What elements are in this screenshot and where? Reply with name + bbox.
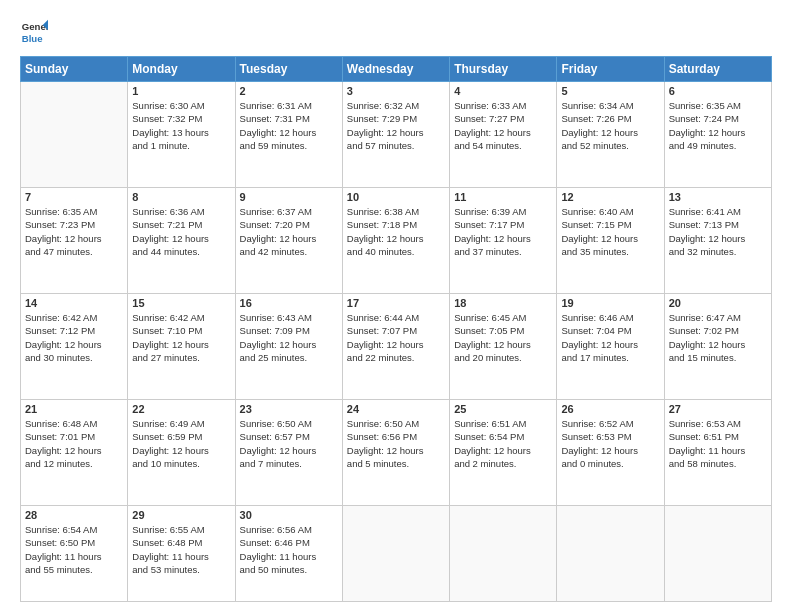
calendar-cell: 25Sunrise: 6:51 AM Sunset: 6:54 PM Dayli…: [450, 400, 557, 506]
weekday-header: Sunday: [21, 57, 128, 82]
calendar-week-row: 21Sunrise: 6:48 AM Sunset: 7:01 PM Dayli…: [21, 400, 772, 506]
calendar-cell: [557, 506, 664, 602]
weekday-header: Wednesday: [342, 57, 449, 82]
cell-info: Sunrise: 6:56 AM Sunset: 6:46 PM Dayligh…: [240, 523, 338, 576]
calendar-cell: 9Sunrise: 6:37 AM Sunset: 7:20 PM Daylig…: [235, 188, 342, 294]
calendar-cell: 4Sunrise: 6:33 AM Sunset: 7:27 PM Daylig…: [450, 82, 557, 188]
day-number: 13: [669, 191, 767, 203]
calendar-cell: [342, 506, 449, 602]
cell-info: Sunrise: 6:30 AM Sunset: 7:32 PM Dayligh…: [132, 99, 230, 152]
day-number: 15: [132, 297, 230, 309]
cell-info: Sunrise: 6:46 AM Sunset: 7:04 PM Dayligh…: [561, 311, 659, 364]
calendar-week-row: 28Sunrise: 6:54 AM Sunset: 6:50 PM Dayli…: [21, 506, 772, 602]
cell-info: Sunrise: 6:55 AM Sunset: 6:48 PM Dayligh…: [132, 523, 230, 576]
calendar-week-row: 7Sunrise: 6:35 AM Sunset: 7:23 PM Daylig…: [21, 188, 772, 294]
calendar-cell: [450, 506, 557, 602]
calendar-cell: 18Sunrise: 6:45 AM Sunset: 7:05 PM Dayli…: [450, 294, 557, 400]
day-number: 7: [25, 191, 123, 203]
calendar-cell: 24Sunrise: 6:50 AM Sunset: 6:56 PM Dayli…: [342, 400, 449, 506]
calendar-table: SundayMondayTuesdayWednesdayThursdayFrid…: [20, 56, 772, 602]
calendar-cell: 23Sunrise: 6:50 AM Sunset: 6:57 PM Dayli…: [235, 400, 342, 506]
cell-info: Sunrise: 6:54 AM Sunset: 6:50 PM Dayligh…: [25, 523, 123, 576]
cell-info: Sunrise: 6:44 AM Sunset: 7:07 PM Dayligh…: [347, 311, 445, 364]
calendar-cell: 15Sunrise: 6:42 AM Sunset: 7:10 PM Dayli…: [128, 294, 235, 400]
calendar-cell: 27Sunrise: 6:53 AM Sunset: 6:51 PM Dayli…: [664, 400, 771, 506]
day-number: 24: [347, 403, 445, 415]
day-number: 25: [454, 403, 552, 415]
day-number: 4: [454, 85, 552, 97]
day-number: 22: [132, 403, 230, 415]
day-number: 17: [347, 297, 445, 309]
cell-info: Sunrise: 6:37 AM Sunset: 7:20 PM Dayligh…: [240, 205, 338, 258]
calendar-cell: 29Sunrise: 6:55 AM Sunset: 6:48 PM Dayli…: [128, 506, 235, 602]
day-number: 12: [561, 191, 659, 203]
calendar-cell: [21, 82, 128, 188]
calendar-cell: 7Sunrise: 6:35 AM Sunset: 7:23 PM Daylig…: [21, 188, 128, 294]
day-number: 19: [561, 297, 659, 309]
cell-info: Sunrise: 6:52 AM Sunset: 6:53 PM Dayligh…: [561, 417, 659, 470]
day-number: 1: [132, 85, 230, 97]
day-number: 26: [561, 403, 659, 415]
weekday-header: Thursday: [450, 57, 557, 82]
cell-info: Sunrise: 6:35 AM Sunset: 7:24 PM Dayligh…: [669, 99, 767, 152]
cell-info: Sunrise: 6:47 AM Sunset: 7:02 PM Dayligh…: [669, 311, 767, 364]
day-number: 14: [25, 297, 123, 309]
calendar-week-row: 1Sunrise: 6:30 AM Sunset: 7:32 PM Daylig…: [21, 82, 772, 188]
calendar-cell: 19Sunrise: 6:46 AM Sunset: 7:04 PM Dayli…: [557, 294, 664, 400]
cell-info: Sunrise: 6:42 AM Sunset: 7:12 PM Dayligh…: [25, 311, 123, 364]
calendar-cell: 16Sunrise: 6:43 AM Sunset: 7:09 PM Dayli…: [235, 294, 342, 400]
calendar-cell: 2Sunrise: 6:31 AM Sunset: 7:31 PM Daylig…: [235, 82, 342, 188]
calendar-cell: [664, 506, 771, 602]
cell-info: Sunrise: 6:42 AM Sunset: 7:10 PM Dayligh…: [132, 311, 230, 364]
day-number: 16: [240, 297, 338, 309]
svg-text:Blue: Blue: [22, 33, 43, 44]
calendar-cell: 30Sunrise: 6:56 AM Sunset: 6:46 PM Dayli…: [235, 506, 342, 602]
day-number: 21: [25, 403, 123, 415]
day-number: 9: [240, 191, 338, 203]
weekday-header-row: SundayMondayTuesdayWednesdayThursdayFrid…: [21, 57, 772, 82]
cell-info: Sunrise: 6:39 AM Sunset: 7:17 PM Dayligh…: [454, 205, 552, 258]
weekday-header: Tuesday: [235, 57, 342, 82]
calendar-cell: 6Sunrise: 6:35 AM Sunset: 7:24 PM Daylig…: [664, 82, 771, 188]
day-number: 23: [240, 403, 338, 415]
calendar-cell: 21Sunrise: 6:48 AM Sunset: 7:01 PM Dayli…: [21, 400, 128, 506]
calendar-cell: 26Sunrise: 6:52 AM Sunset: 6:53 PM Dayli…: [557, 400, 664, 506]
day-number: 18: [454, 297, 552, 309]
cell-info: Sunrise: 6:33 AM Sunset: 7:27 PM Dayligh…: [454, 99, 552, 152]
cell-info: Sunrise: 6:41 AM Sunset: 7:13 PM Dayligh…: [669, 205, 767, 258]
day-number: 30: [240, 509, 338, 521]
svg-text:General: General: [22, 21, 48, 32]
cell-info: Sunrise: 6:36 AM Sunset: 7:21 PM Dayligh…: [132, 205, 230, 258]
calendar-cell: 28Sunrise: 6:54 AM Sunset: 6:50 PM Dayli…: [21, 506, 128, 602]
calendar-cell: 14Sunrise: 6:42 AM Sunset: 7:12 PM Dayli…: [21, 294, 128, 400]
calendar-cell: 1Sunrise: 6:30 AM Sunset: 7:32 PM Daylig…: [128, 82, 235, 188]
calendar-cell: 20Sunrise: 6:47 AM Sunset: 7:02 PM Dayli…: [664, 294, 771, 400]
cell-info: Sunrise: 6:40 AM Sunset: 7:15 PM Dayligh…: [561, 205, 659, 258]
page-header: General Blue: [20, 18, 772, 46]
calendar-week-row: 14Sunrise: 6:42 AM Sunset: 7:12 PM Dayli…: [21, 294, 772, 400]
logo: General Blue: [20, 18, 48, 46]
day-number: 28: [25, 509, 123, 521]
calendar-cell: 22Sunrise: 6:49 AM Sunset: 6:59 PM Dayli…: [128, 400, 235, 506]
calendar-cell: 11Sunrise: 6:39 AM Sunset: 7:17 PM Dayli…: [450, 188, 557, 294]
calendar-cell: 17Sunrise: 6:44 AM Sunset: 7:07 PM Dayli…: [342, 294, 449, 400]
day-number: 27: [669, 403, 767, 415]
cell-info: Sunrise: 6:38 AM Sunset: 7:18 PM Dayligh…: [347, 205, 445, 258]
day-number: 3: [347, 85, 445, 97]
weekday-header: Saturday: [664, 57, 771, 82]
cell-info: Sunrise: 6:43 AM Sunset: 7:09 PM Dayligh…: [240, 311, 338, 364]
day-number: 2: [240, 85, 338, 97]
cell-info: Sunrise: 6:50 AM Sunset: 6:56 PM Dayligh…: [347, 417, 445, 470]
cell-info: Sunrise: 6:48 AM Sunset: 7:01 PM Dayligh…: [25, 417, 123, 470]
day-number: 20: [669, 297, 767, 309]
cell-info: Sunrise: 6:31 AM Sunset: 7:31 PM Dayligh…: [240, 99, 338, 152]
cell-info: Sunrise: 6:34 AM Sunset: 7:26 PM Dayligh…: [561, 99, 659, 152]
calendar-cell: 13Sunrise: 6:41 AM Sunset: 7:13 PM Dayli…: [664, 188, 771, 294]
day-number: 10: [347, 191, 445, 203]
day-number: 8: [132, 191, 230, 203]
cell-info: Sunrise: 6:51 AM Sunset: 6:54 PM Dayligh…: [454, 417, 552, 470]
cell-info: Sunrise: 6:32 AM Sunset: 7:29 PM Dayligh…: [347, 99, 445, 152]
day-number: 5: [561, 85, 659, 97]
cell-info: Sunrise: 6:35 AM Sunset: 7:23 PM Dayligh…: [25, 205, 123, 258]
day-number: 29: [132, 509, 230, 521]
